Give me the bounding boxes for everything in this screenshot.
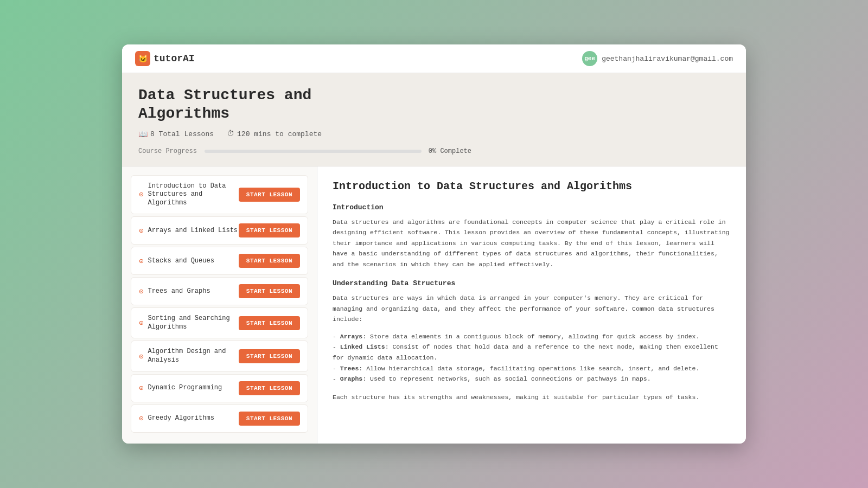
content-title: Introduction to Data Structures and Algo… (333, 179, 731, 194)
user-info: gee geethanjhaliravikumar@gmail.com (582, 51, 733, 66)
logo-text: tutorAI (154, 53, 195, 64)
lesson-item-8[interactable]: ⊙ Greedy Algorithms START LESSON (131, 404, 308, 433)
progress-label: Course Progress (138, 147, 198, 155)
main-window: 🐱 tutorAI gee geethanjhaliravikumar@gmai… (122, 44, 746, 443)
lesson-left-7: ⊙ Dynamic Programming (139, 383, 239, 393)
lesson-item-1[interactable]: ⊙ Introduction to Data Structures and Al… (131, 175, 308, 215)
lesson-check-8: ⊙ (139, 414, 143, 423)
start-lesson-btn-6[interactable]: START LESSON (239, 349, 300, 363)
main-content: ⊙ Introduction to Data Structures and Al… (122, 166, 746, 444)
start-lesson-btn-4[interactable]: START LESSON (239, 284, 300, 298)
lesson-item-7[interactable]: ⊙ Dynamic Programming START LESSON (131, 374, 308, 402)
lesson-item-3[interactable]: ⊙ Stacks and Queues START LESSON (131, 247, 308, 275)
lesson-left-3: ⊙ Stacks and Queues (139, 256, 239, 266)
start-lesson-btn-3[interactable]: START LESSON (239, 254, 300, 268)
content-intro-text: Data structures and algorithms are found… (333, 217, 731, 270)
list-item-arrays: - Arrays: Store data elements in a conti… (333, 331, 731, 342)
progress-section: Course Progress 0% Complete (138, 147, 730, 155)
lesson-left-8: ⊙ Greedy Algorithms (139, 414, 239, 423)
lesson-name-8: Greedy Algorithms (148, 414, 214, 423)
course-header: Data Structures andAlgorithms 📖 8 Total … (122, 73, 746, 166)
lesson-name-1: Introduction to Data Structures and Algo… (148, 182, 238, 208)
content-section1-heading: Understanding Data Structures (333, 279, 731, 287)
lesson-name-4: Trees and Graphs (148, 287, 210, 296)
header: 🐱 tutorAI gee geethanjhaliravikumar@gmai… (122, 44, 746, 73)
lesson-left-6: ⊙ Algorithm Design and Analysis (139, 348, 239, 364)
user-email: geethanjhaliravikumar@gmail.com (602, 55, 733, 63)
lesson-left-5: ⊙ Sorting and Searching Algorithms (139, 314, 239, 331)
progress-bar-container (205, 150, 422, 153)
logo: 🐱 tutorAI (135, 51, 195, 66)
book-icon: 📖 (138, 130, 148, 139)
lesson-item-6[interactable]: ⊙ Algorithm Design and Analysis START LE… (131, 341, 308, 371)
time-meta: ⏱ 120 mins to complete (227, 130, 322, 138)
list-item-trees: - Trees: Allow hierarchical data storage… (333, 363, 731, 374)
clock-icon: ⏱ (227, 130, 234, 138)
lesson-name-2: Arrays and Linked Lists (148, 227, 238, 235)
start-lesson-btn-8[interactable]: START LESSON (239, 412, 300, 426)
total-lessons: 8 Total Lessons (150, 130, 214, 138)
lesson-item-5[interactable]: ⊙ Sorting and Searching Algorithms START… (131, 307, 308, 338)
lesson-item-4[interactable]: ⊙ Trees and Graphs START LESSON (131, 277, 308, 305)
lesson-content: Introduction to Data Structures and Algo… (317, 166, 746, 444)
list-item-linked-lists: - Linked Lists: Consist of nodes that ho… (333, 342, 731, 363)
lesson-item-2[interactable]: ⊙ Arrays and Linked Lists START LESSON (131, 216, 308, 245)
lesson-name-5: Sorting and Searching Algorithms (148, 314, 238, 331)
course-meta: 📖 8 Total Lessons ⏱ 120 mins to complete (138, 130, 730, 139)
lesson-left-4: ⊙ Trees and Graphs (139, 287, 239, 296)
course-title: Data Structures andAlgorithms (138, 86, 730, 123)
start-lesson-btn-5[interactable]: START LESSON (239, 316, 300, 330)
lessons-meta: 📖 8 Total Lessons (138, 130, 214, 139)
lesson-check-6: ⊙ (139, 352, 143, 361)
start-lesson-btn-2[interactable]: START LESSON (239, 223, 300, 237)
lesson-left-1: ⊙ Introduction to Data Structures and Al… (139, 182, 239, 208)
lesson-name-3: Stacks and Queues (148, 257, 214, 266)
lesson-name-7: Dynamic Programming (148, 384, 222, 393)
start-lesson-btn-7[interactable]: START LESSON (239, 381, 300, 395)
content-section1-text: Data structures are ways in which data i… (333, 293, 731, 325)
progress-percentage: 0% Complete (428, 147, 471, 155)
content-closing-text: Each structure has its strengths and wea… (333, 392, 731, 403)
lesson-list: ⊙ Introduction to Data Structures and Al… (122, 166, 317, 444)
start-lesson-btn-1[interactable]: START LESSON (239, 188, 300, 202)
lesson-check-3: ⊙ (139, 256, 143, 266)
list-item-graphs: - Graphs: Used to represent networks, su… (333, 374, 731, 384)
lesson-check-4: ⊙ (139, 287, 143, 296)
time-to-complete: 120 mins to complete (237, 130, 322, 138)
lesson-check-7: ⊙ (139, 383, 143, 393)
lesson-left-2: ⊙ Arrays and Linked Lists (139, 226, 239, 235)
content-list: - Arrays: Store data elements in a conti… (333, 331, 731, 384)
lesson-check-2: ⊙ (139, 226, 143, 235)
user-avatar: gee (582, 51, 597, 66)
lesson-name-6: Algorithm Design and Analysis (148, 348, 238, 364)
lesson-check-5: ⊙ (139, 318, 143, 328)
logo-icon: 🐱 (135, 51, 150, 66)
content-intro-heading: Introduction (333, 203, 731, 211)
lesson-check-1: ⊙ (139, 190, 143, 199)
